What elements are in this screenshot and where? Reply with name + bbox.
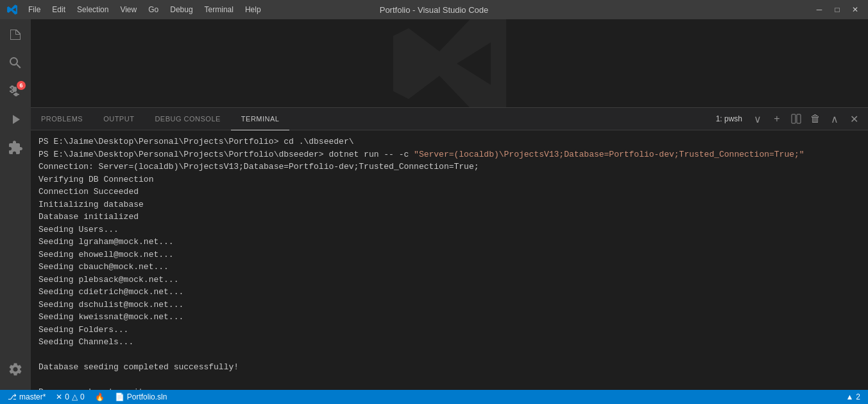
activity-search-icon[interactable] xyxy=(3,50,28,76)
close-button[interactable]: ✕ xyxy=(849,3,862,16)
tab-problems[interactable]: PROBLEMS xyxy=(31,108,93,130)
terminal-line: Connection Succeeded xyxy=(38,186,860,198)
terminal-line xyxy=(38,374,860,387)
statusbar-errors[interactable]: ✕ 0 △ 0 xyxy=(53,390,87,404)
titlebar-left: File Edit Selection View Go Debug Termin… xyxy=(6,4,266,15)
activity-explorer-icon[interactable] xyxy=(3,22,28,48)
warning-icon: △ xyxy=(72,392,78,401)
activity-source-control-icon[interactable]: 6 xyxy=(3,78,28,104)
tab-terminal[interactable]: TERMINAL xyxy=(231,108,290,130)
terminal-line: PS E:\Jaime\Desktop\Personal\Projects\Po… xyxy=(38,136,860,148)
terminal-line: Seeding plebsack@mock.net... xyxy=(38,274,860,286)
terminal-line: Seeding cbauch@mock.net... xyxy=(38,261,860,274)
panel-delete-button[interactable]: 🗑 xyxy=(806,110,824,128)
statusbar-solution[interactable]: 📄 Portfolio.sln xyxy=(112,390,170,404)
menu-terminal[interactable]: Terminal xyxy=(200,4,239,15)
menu-edit[interactable]: Edit xyxy=(47,4,71,15)
window-title: Portfolio - Visual Studio Code xyxy=(380,5,489,15)
terminal-line: Seeding lgraham@mock.net... xyxy=(38,236,860,249)
terminal-line: Seeding ehowell@mock.net... xyxy=(38,249,860,261)
main-layout: 6 xyxy=(0,19,868,390)
menu-help[interactable]: Help xyxy=(240,4,266,15)
svg-rect-1 xyxy=(797,114,801,123)
editor-watermark xyxy=(31,19,868,107)
activity-run-icon[interactable] xyxy=(3,107,28,132)
statusbar-notifications[interactable]: ▲ 2 xyxy=(843,390,863,404)
terminal-line: Seeding Channels... xyxy=(38,336,860,349)
activity-extensions-icon[interactable] xyxy=(3,135,28,161)
menu-file[interactable]: File xyxy=(23,4,46,15)
activity-bar-bottom xyxy=(0,356,31,390)
statusbar-left: ⎇ master* ✕ 0 △ 0 🔥 📄 Portfolio.sln xyxy=(5,390,169,404)
panel-actions: 1: pwsh ∨ + 🗑 ∧ ✕ xyxy=(711,110,868,128)
terminal-label: 1: pwsh xyxy=(711,114,747,123)
vscode-logo-icon xyxy=(6,4,18,15)
terminal-content[interactable]: PS E:\Jaime\Desktop\Personal\Projects\Po… xyxy=(31,130,868,390)
terminal-line: Seeding Folders... xyxy=(38,324,860,337)
terminal-line: Connection: Server=(localdb)\ProjectsV13… xyxy=(38,161,860,173)
terminal-line: Seeding dschulist@mock.net... xyxy=(38,299,860,312)
maximize-button[interactable]: □ xyxy=(831,3,844,16)
statusbar-fire[interactable]: 🔥 xyxy=(92,390,107,404)
solution-icon: 📄 xyxy=(115,392,124,401)
menu-view[interactable]: View xyxy=(115,4,142,15)
fire-icon: 🔥 xyxy=(95,392,105,401)
notification-count: 2 xyxy=(856,392,860,401)
terminal-line: Seeding Users... xyxy=(38,224,860,236)
panel-split-button[interactable] xyxy=(787,110,805,128)
tab-debug-console[interactable]: DEBUG CONSOLE xyxy=(144,108,230,130)
error-count: 0 xyxy=(65,392,69,401)
vscode-watermark-icon xyxy=(386,19,514,107)
terminal-line: Database seeding completed successfully! xyxy=(38,361,860,374)
panel-close-button[interactable]: ✕ xyxy=(845,110,863,128)
notification-icon: ▲ xyxy=(846,392,853,401)
terminal-line: Verifying DB Connection xyxy=(38,173,860,186)
source-control-badge: 6 xyxy=(17,81,26,90)
terminal-line xyxy=(38,349,860,362)
panel: PROBLEMS OUTPUT DEBUG CONSOLE TERMINAL 1… xyxy=(31,107,868,390)
menu-selection[interactable]: Selection xyxy=(72,4,114,15)
terminal-line: Seeding kweissnat@mock.net... xyxy=(38,311,860,324)
svg-rect-0 xyxy=(792,114,796,123)
git-branch-name: master* xyxy=(19,392,46,401)
titlebar: File Edit Selection View Go Debug Termin… xyxy=(0,0,868,19)
panel-add-button[interactable]: + xyxy=(768,110,786,128)
terminal-line: Database initialized xyxy=(38,211,860,224)
editor-area: PROBLEMS OUTPUT DEBUG CONSOLE TERMINAL 1… xyxy=(31,19,868,390)
titlebar-controls: ─ □ ✕ xyxy=(813,3,862,16)
panel-tabs: PROBLEMS OUTPUT DEBUG CONSOLE TERMINAL 1… xyxy=(31,108,868,130)
terminal-line: PS E:\Jaime\Desktop\Personal\Projects\Po… xyxy=(38,148,860,161)
panel-dropdown-icon[interactable]: ∨ xyxy=(749,110,767,128)
tab-output[interactable]: OUTPUT xyxy=(93,108,144,130)
statusbar-branch[interactable]: ⎇ master* xyxy=(5,390,48,404)
terminal-line: Initializing database xyxy=(38,198,860,211)
panel-collapse-button[interactable]: ∧ xyxy=(826,110,844,128)
menu-go[interactable]: Go xyxy=(143,4,164,15)
statusbar: ⎇ master* ✕ 0 △ 0 🔥 📄 Portfolio.sln ▲ 2 xyxy=(0,390,868,404)
minimize-button[interactable]: ─ xyxy=(813,3,826,16)
menu-bar: File Edit Selection View Go Debug Termin… xyxy=(23,4,266,15)
git-branch-icon: ⎇ xyxy=(8,392,17,401)
terminal-line: Seeding cdietrich@mock.net... xyxy=(38,286,860,299)
statusbar-right: ▲ 2 xyxy=(843,390,863,404)
error-icon: ✕ xyxy=(56,392,62,401)
activity-bar: 6 xyxy=(0,19,31,390)
warning-count: 0 xyxy=(80,392,85,401)
menu-debug[interactable]: Debug xyxy=(165,4,198,15)
solution-name: Portfolio.sln xyxy=(127,392,167,401)
activity-settings-icon[interactable] xyxy=(3,356,28,382)
